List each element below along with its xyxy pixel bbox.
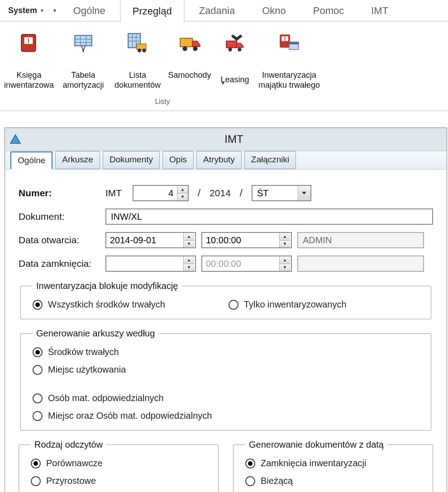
tab-atrybuty[interactable]: Atrybuty (196, 151, 242, 169)
spin-down-icon[interactable]: ▼ (184, 264, 194, 271)
svg-point-18 (182, 46, 187, 51)
radio-icon (31, 476, 41, 486)
spin-down-icon[interactable]: ▼ (184, 241, 194, 248)
spin-up-icon[interactable]: ▲ (184, 256, 194, 264)
time-input[interactable] (202, 256, 279, 271)
numer-year: 2014 (210, 188, 231, 199)
radio-biezaca[interactable]: Bieżącą (245, 476, 421, 486)
label-data-otwarcia: Data otwarcia: (19, 235, 100, 246)
chevron-down-icon: ▼ (40, 8, 44, 13)
data-zamkniecia-time[interactable]: ▲▼ (201, 255, 292, 272)
titlebar: IMT (5, 128, 447, 151)
time-input[interactable] (202, 233, 279, 247)
svg-rect-17 (180, 38, 192, 47)
svg-rect-20 (226, 41, 237, 48)
chevron-down-icon (301, 190, 307, 196)
menu-imt[interactable]: IMT (358, 0, 401, 22)
spin-up-icon[interactable]: ▲ (184, 233, 194, 241)
combo-button[interactable] (298, 186, 310, 200)
date-input[interactable] (106, 256, 183, 271)
radio-icon (33, 300, 43, 310)
radio-miejsc-osob[interactable]: Miejsc oraz Osób mat. odpowiedzialnych (33, 411, 218, 421)
slash: / (236, 187, 246, 199)
spinner-buttons[interactable]: ▲▼ (177, 186, 188, 200)
radio-label: Tylko inwentaryzowanych (244, 299, 347, 310)
radio-osob-mat[interactable]: Osób mat. odpowiedzialnych (33, 393, 218, 403)
ribbon-tabela-amortyzacji[interactable]: Tabela amortyzacji (56, 30, 110, 96)
tab-ogolne[interactable]: Ogólne (10, 151, 52, 170)
numer-type-combo[interactable] (252, 185, 311, 201)
inventory-icon: I (278, 32, 300, 54)
group-blokuje: Inwentaryzacja blokuje modyfikację Wszys… (20, 281, 431, 319)
spin-up-icon[interactable]: ▲ (177, 186, 188, 194)
tab-opis[interactable]: Opis (162, 151, 194, 169)
spin-down-icon[interactable]: ▼ (280, 264, 290, 271)
dokument-input[interactable] (105, 208, 433, 225)
data-zamkniecia-user (297, 255, 424, 272)
chevron-down-icon: ▼ (220, 80, 225, 86)
ribbon-label: Lista dokumentów (112, 71, 163, 90)
ribbon-inwentaryzacja[interactable]: I Inwentaryzacja majątku trwałego (255, 30, 323, 96)
radio-przyrostowe[interactable]: Przyrostowe (31, 476, 206, 486)
group-dokumenty: Generowanie dokumentów z datą Zamknięcia… (233, 440, 433, 492)
ribbon-ksiega-inwentarzowa[interactable]: I Księga inwentarzowa (2, 30, 56, 96)
date-input[interactable] (106, 233, 183, 247)
ribbon-lista-dokumentow[interactable]: Lista dokumentów (110, 30, 165, 96)
legend-arkuszy: Generowanie arkuszy według (33, 328, 158, 339)
spinner-buttons[interactable]: ▲▼ (183, 233, 194, 247)
tab-zalaczniki[interactable]: Załączniki (244, 151, 296, 169)
numer-spinner[interactable]: ▲▼ (133, 185, 189, 201)
row-data-zamkniecia: Data zamknięcia: ▲▼ ▲▼ (19, 255, 433, 272)
radio-icon (33, 393, 43, 403)
spinner-buttons[interactable]: ▲▼ (279, 233, 290, 247)
ribbon-leasing[interactable]: Leasing ▼ (214, 30, 255, 96)
menu-zadania[interactable]: Zadania (186, 0, 248, 22)
data-otwarcia-date[interactable]: ▲▼ (105, 232, 196, 248)
menu-ogolne[interactable]: Ogólne (61, 0, 118, 22)
svg-marker-28 (10, 135, 20, 143)
radio-zamkniecia[interactable]: Zamknięcia inwentaryzacji (245, 458, 421, 468)
menu-pomoc[interactable]: Pomoc (300, 0, 357, 22)
menu-system[interactable]: System ▼ (4, 3, 49, 18)
menu-przeglad[interactable]: Przegląd (120, 0, 185, 23)
numer-type-input[interactable] (253, 186, 298, 200)
spin-up-icon[interactable]: ▲ (280, 233, 290, 241)
radio-miejsc-uzytkowania[interactable]: Miejsc użytkowania (33, 364, 218, 375)
radio-label: Miejsc oraz Osób mat. odpowiedzialnych (48, 411, 212, 421)
data-zamkniecia-date[interactable]: ▲▼ (105, 255, 196, 272)
window-imt: IMT Ogólne Arkusze Dokumenty Opis Atrybu… (5, 128, 447, 492)
tab-dokumenty[interactable]: Dokumenty (103, 151, 160, 169)
ribbon-label: Inwentaryzacja majątku trwałego (257, 71, 321, 90)
numer-prefix: IMT (105, 188, 127, 199)
menu-quick-dropdown[interactable]: ▼ (51, 5, 59, 16)
radio-srodkow-trwalych[interactable]: Środków trwałych (33, 347, 218, 357)
spinner-buttons[interactable]: ▲▼ (279, 256, 290, 271)
chevron-down-icon: ▼ (52, 8, 57, 13)
data-otwarcia-time[interactable]: ▲▼ (201, 232, 292, 248)
radio-label: Zamknięcia inwentaryzacji (261, 458, 366, 468)
radio-porownawcze[interactable]: Porównawcze (31, 458, 206, 468)
spinner-buttons[interactable]: ▲▼ (183, 256, 194, 271)
ribbon-samochody[interactable]: Samochody (165, 30, 214, 96)
slash: / (194, 187, 204, 199)
numer-input[interactable] (133, 186, 177, 200)
book-icon: I (18, 32, 40, 54)
spin-down-icon[interactable]: ▼ (177, 194, 188, 201)
menu-okno[interactable]: Okno (249, 0, 299, 22)
row-data-otwarcia: Data otwarcia: ▲▼ ▲▼ (19, 232, 433, 248)
handshake-truck-icon (224, 32, 246, 54)
data-otwarcia-user (297, 232, 424, 248)
spin-down-icon[interactable]: ▼ (280, 241, 290, 248)
tab-arkusze[interactable]: Arkusze (55, 151, 100, 169)
radio-tylko-inwentaryzowanych[interactable]: Tylko inwentaryzowanych (229, 299, 347, 310)
truck-icon (178, 32, 201, 54)
radio-label: Bieżącą (261, 476, 293, 486)
svg-marker-29 (302, 192, 306, 194)
label-data-zamkniecia: Data zamknięcia: (19, 258, 100, 269)
radio-icon (229, 300, 238, 310)
radio-wszystkich[interactable]: Wszystkich środków trwałych (33, 299, 210, 310)
radio-label: Osób mat. odpowiedzialnych (48, 393, 164, 403)
svg-point-22 (238, 47, 241, 51)
spin-up-icon[interactable]: ▲ (280, 256, 290, 264)
legend-blokuje: Inwentaryzacja blokuje modyfikację (33, 281, 182, 291)
